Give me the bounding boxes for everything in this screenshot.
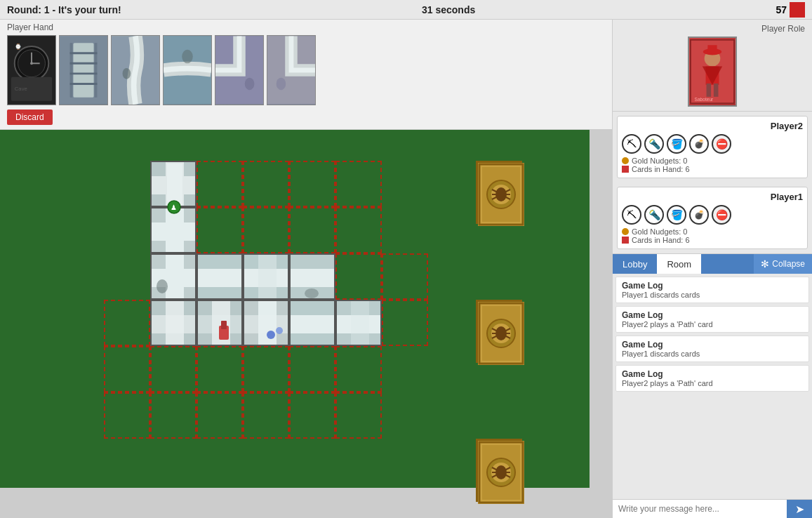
empty-cell-4[interactable]: [335, 161, 382, 207]
player1-cards-stat: Cards in Hand: 6: [622, 236, 803, 244]
player2-miner-icon[interactable]: 🪣: [667, 134, 686, 154]
placed-tile-5[interactable]: [289, 253, 335, 300]
empty-cell-1[interactable]: [197, 161, 243, 207]
empty-cell-3[interactable]: [289, 161, 335, 207]
chat-tabs: Lobby Room ✻ Collapse: [613, 254, 812, 274]
player2-icons: ⛏ 🔦 🪣 💣 ⛔: [622, 134, 803, 154]
hand-card-4-art: [164, 36, 211, 105]
game-board-section[interactable]: ♟: [0, 130, 612, 518]
discard-button[interactable]: Discard: [7, 109, 53, 125]
placed-tile-4[interactable]: [243, 253, 289, 300]
svg-rect-48: [152, 315, 197, 333]
player2-pickaxe-icon[interactable]: ⛏: [622, 134, 641, 154]
svg-rect-63: [351, 301, 369, 346]
right-panel: Player Role: [612, 20, 812, 518]
player-token-green: ♟: [167, 200, 181, 214]
hand-card-2[interactable]: [59, 35, 108, 105]
placed-tile-3[interactable]: [197, 253, 243, 300]
chat-entry-2: Game Log Player2 plays a 'Path' card: [615, 306, 809, 333]
svg-rect-11: [70, 43, 73, 98]
hand-card-5[interactable]: [215, 35, 264, 105]
empty-cell-8[interactable]: [335, 207, 382, 253]
empty-cell-12[interactable]: [382, 300, 428, 346]
svg-point-57: [267, 331, 275, 339]
placed-tile-2[interactable]: [150, 253, 197, 300]
player1-block-icon[interactable]: ⛔: [712, 205, 731, 225]
game-board-scroll[interactable]: ♟: [0, 130, 612, 518]
empty-cell-20[interactable]: [150, 392, 197, 439]
empty-cell-18[interactable]: [335, 346, 382, 392]
svg-rect-10: [73, 43, 93, 98]
svg-point-22: [245, 78, 255, 90]
chat-entry-3-title: Game Log: [622, 340, 803, 350]
empty-cell-10[interactable]: [382, 253, 428, 300]
empty-cell-23[interactable]: [289, 392, 335, 439]
empty-cell-6[interactable]: [243, 207, 289, 253]
chat-entry-2-text: Player2 plays a 'Path' card: [622, 320, 803, 328]
role-card[interactable]: Saboteur: [688, 36, 737, 107]
chat-tab-lobby[interactable]: Lobby: [613, 254, 657, 274]
chat-entry-4-title: Game Log: [622, 369, 803, 379]
chat-messages[interactable]: Game Log Player1 discards cards Game Log…: [613, 274, 812, 499]
hand-card-6-art: [267, 36, 315, 105]
svg-point-58: [276, 327, 283, 334]
collapse-button[interactable]: ✻ Collapse: [754, 254, 812, 274]
empty-cell-15[interactable]: [197, 346, 243, 392]
svg-point-45: [305, 288, 319, 298]
chat-entry-1-text: Player1 discards cards: [622, 291, 803, 299]
placed-tile-10[interactable]: [335, 300, 382, 346]
empty-cell-14[interactable]: [150, 346, 197, 392]
player1-icons: ⛏ 🔦 🪣 💣 ⛔: [622, 205, 803, 225]
player2-name: Player2: [622, 121, 803, 131]
svg-point-18: [123, 68, 131, 79]
player1-gold-dot: [622, 228, 629, 235]
empty-cell-17[interactable]: [289, 346, 335, 392]
placed-tile-6[interactable]: [150, 300, 197, 346]
empty-cell-13[interactable]: [104, 346, 150, 392]
score-gem-icon: [790, 2, 805, 18]
main-layout: Player Hand ⌚ Cav: [0, 20, 812, 518]
player1-name: Player1: [622, 192, 803, 202]
empty-cell-11[interactable]: [104, 300, 150, 346]
player2-cards-stat: Cards in Hand: 6: [622, 165, 803, 173]
player2-lamp-icon[interactable]: 🔦: [644, 134, 664, 154]
hand-card-6[interactable]: [267, 35, 316, 105]
svg-text:♟: ♟: [171, 204, 177, 211]
chat-input[interactable]: [613, 500, 787, 518]
hand-card-4[interactable]: [163, 35, 212, 105]
empty-cell-21[interactable]: [197, 392, 243, 439]
player2-info-card: Player2 ⛏ 🔦 🪣 💣 ⛔ Gold Nudgets: 0 Cards …: [617, 116, 808, 178]
player2-dynamite-icon[interactable]: 💣: [689, 134, 709, 154]
player1-dynamite-icon[interactable]: 💣: [689, 205, 709, 225]
placed-tile-9[interactable]: [289, 300, 335, 346]
empty-cell-16[interactable]: [243, 346, 289, 392]
empty-cell-7[interactable]: [289, 207, 335, 253]
svg-point-37: [157, 279, 168, 293]
send-button[interactable]: ➤: [787, 500, 812, 518]
player1-lamp-icon[interactable]: 🔦: [644, 205, 664, 225]
chat-tab-room[interactable]: Room: [657, 254, 701, 274]
svg-rect-53: [221, 321, 227, 329]
gold-door-3[interactable]: [476, 439, 522, 502]
svg-rect-33: [152, 223, 197, 241]
hand-card-1[interactable]: ⌚ Cave: [7, 35, 56, 105]
player-hand-label: Player Hand: [7, 22, 605, 32]
placed-tile-7[interactable]: [197, 300, 243, 346]
empty-cell-24[interactable]: [335, 392, 382, 439]
player1-pickaxe-icon[interactable]: ⛏: [622, 205, 641, 225]
svg-rect-39: [198, 269, 243, 287]
empty-cell-2[interactable]: [243, 161, 289, 207]
gold-door-1[interactable]: [476, 161, 522, 224]
gold-door-2[interactable]: [476, 300, 522, 363]
hand-card-3[interactable]: [111, 35, 160, 105]
empty-cell-5[interactable]: [197, 207, 243, 253]
empty-cell-19[interactable]: [104, 392, 150, 439]
empty-cell-9[interactable]: [335, 253, 382, 300]
player1-miner-icon[interactable]: 🪣: [667, 205, 686, 225]
svg-rect-106: [707, 84, 712, 97]
svg-text:Saboteur: Saboteur: [695, 97, 714, 102]
timer: 31 seconds: [422, 4, 475, 15]
empty-cell-22[interactable]: [243, 392, 289, 439]
player2-block-icon[interactable]: ⛔: [712, 134, 731, 154]
placed-tile-8[interactable]: [243, 300, 289, 346]
